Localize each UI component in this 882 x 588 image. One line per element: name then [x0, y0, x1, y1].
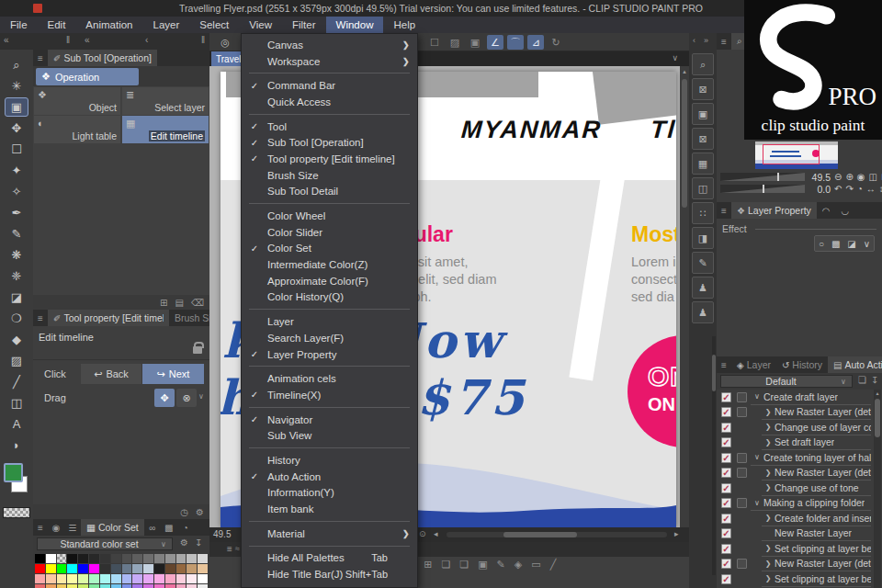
color-swatch-1-13[interactable]: [176, 564, 187, 573]
tone-effect-icon[interactable]: ▩: [831, 239, 840, 249]
color-swatch-3-15[interactable]: [198, 584, 208, 588]
menu-item-navigator[interactable]: ✓Navigator: [242, 412, 417, 428]
wrench-icon[interactable]: ⚙: [180, 537, 188, 548]
color-swatch-2-10[interactable]: [143, 574, 153, 583]
add-action-set-icon[interactable]: ❏: [858, 375, 866, 385]
menu-item-color-history-q[interactable]: Color History(Q): [242, 289, 417, 306]
dock-scrollbar[interactable]: [712, 336, 716, 575]
color-swatch-0-3[interactable]: [67, 554, 77, 563]
expand-icon[interactable]: ❯: [762, 423, 775, 431]
color-swatch-1-7[interactable]: [111, 564, 121, 573]
color-slider-tab[interactable]: ☰: [64, 523, 81, 533]
color-swatch-0-0[interactable]: [35, 554, 45, 563]
auto-action-tab[interactable]: ▤ Auto Action: [828, 356, 882, 373]
auto-action-row-change-use-of-tone[interactable]: ✓❯Change use of tone: [717, 481, 882, 496]
material-pattern-icon[interactable]: ∷: [692, 202, 714, 224]
edit-cel-icon[interactable]: ✎: [497, 559, 505, 571]
color-set-select[interactable]: Standard color set ∨: [37, 537, 173, 550]
menu-item-layer[interactable]: Layer: [242, 313, 417, 330]
material-download-icon[interactable]: ✎: [692, 252, 714, 274]
color-swatch-1-15[interactable]: [198, 564, 208, 573]
scroll-left-icon[interactable]: ◂: [434, 529, 438, 538]
wrench-icon[interactable]: ⚙: [196, 507, 204, 517]
color-swatch-3-3[interactable]: [67, 584, 77, 588]
subtool-object[interactable]: ❖Object: [34, 87, 120, 115]
menu-item-tool[interactable]: ✓Tool: [242, 119, 417, 135]
menu-item-search-layer-f[interactable]: Search Layer(F): [242, 330, 417, 346]
auto-action-row-new-raster-layer[interactable]: ✓New Raster Layer: [717, 526, 882, 542]
operation-group-tab[interactable]: ❖ Operation: [36, 68, 139, 85]
expand-icon[interactable]: ❯: [762, 438, 775, 447]
action-checkbox[interactable]: ✓: [721, 559, 731, 569]
material-manga-icon[interactable]: ⊠: [692, 128, 714, 150]
expand-icon[interactable]: ❯: [762, 574, 775, 582]
sub-tool-tab[interactable]: ✐ Sub Tool [Operation]: [48, 50, 157, 66]
zoom-out-icon[interactable]: ⊖: [834, 172, 842, 182]
zoom-tool[interactable]: ⌕: [5, 55, 28, 74]
color-swatch-0-14[interactable]: [187, 554, 197, 563]
action-checkbox[interactable]: ✓: [721, 453, 731, 463]
subtool-select-layer[interactable]: ≣Select layer: [122, 87, 209, 115]
color-swatch-3-14[interactable]: [187, 584, 197, 588]
color-swatch-1-0[interactable]: [35, 564, 45, 573]
expand-icon[interactable]: ❯: [762, 514, 775, 522]
text-tool[interactable]: A: [5, 414, 28, 434]
pen-tool[interactable]: ✒: [5, 203, 28, 222]
menu-item-color-slider[interactable]: Color Slider: [242, 224, 417, 241]
action-checkbox[interactable]: ✓: [721, 498, 731, 508]
menu-edit[interactable]: Edit: [38, 17, 76, 33]
transform-icon[interactable]: ▨: [447, 35, 463, 50]
chevron-down-icon[interactable]: ∨: [864, 239, 870, 249]
auto-action-row-new-raster-layer-detail[interactable]: ✓❯New Raster Layer (detail): [717, 557, 882, 572]
menu-item-sub-tool-operation[interactable]: ✓Sub Tool [Operation]: [242, 134, 417, 151]
color-swatch-1-1[interactable]: [46, 564, 56, 573]
expand-icon[interactable]: ❯: [762, 469, 775, 477]
eraser-tool[interactable]: ◪: [5, 288, 28, 307]
menu-item-auto-action[interactable]: ✓Auto Action: [242, 469, 417, 485]
rotate-left-icon[interactable]: ↶: [834, 184, 842, 194]
color-swatch-1-4[interactable]: [78, 564, 88, 573]
menu-item-approximate-color-f[interactable]: Approximate Color(F): [242, 273, 417, 289]
new-folder-icon[interactable]: ❏: [441, 559, 450, 571]
action-checkbox[interactable]: ✓: [721, 407, 731, 417]
vertical-scrollbar[interactable]: ▴: [680, 66, 689, 527]
scroll-up-icon[interactable]: ▴: [680, 68, 689, 75]
color-swatch-2-8[interactable]: [122, 574, 132, 583]
snap-to-special-ruler-icon[interactable]: ⌒: [507, 35, 524, 50]
scroll-right-icon[interactable]: ▸: [674, 529, 679, 538]
color-swatch-3-11[interactable]: [154, 584, 164, 588]
color-swatch-0-2[interactable]: [57, 554, 67, 563]
color-swatch-0-5[interactable]: [89, 554, 99, 563]
decoration-tool[interactable]: ❈: [5, 266, 28, 286]
color-swatch-2-1[interactable]: [46, 574, 56, 583]
action-pause-checkbox[interactable]: [737, 407, 747, 417]
drag-none-button[interactable]: ⊗: [176, 389, 197, 407]
snap-to-ruler-icon[interactable]: ∠: [487, 35, 503, 50]
material-color-pattern-icon[interactable]: ⊠: [692, 78, 714, 100]
color-swatch-3-4[interactable]: [78, 584, 88, 588]
color-swatch-3-6[interactable]: [100, 584, 110, 588]
duplicate-cel-icon[interactable]: ❏: [459, 559, 469, 571]
horizontal-scroll-handle[interactable]: [503, 532, 577, 537]
color-swatch-2-15[interactable]: [198, 574, 208, 583]
material-halftone-icon[interactable]: ▦: [692, 153, 714, 175]
menu-item-sub-view[interactable]: Sub View: [242, 427, 417, 444]
collapse-icon[interactable]: ∨: [751, 392, 763, 401]
action-checkbox[interactable]: ✓: [721, 423, 731, 433]
color-swatch-0-8[interactable]: [122, 554, 132, 563]
blend-tool[interactable]: ❍: [5, 309, 28, 328]
fill-tool[interactable]: ◆: [5, 330, 28, 349]
chevron-down-icon[interactable]: ∨: [198, 392, 204, 401]
layer-property-tab[interactable]: ❖ Layer Property: [731, 202, 817, 219]
expand-icon[interactable]: ❯: [762, 408, 775, 416]
color-swatch-3-0[interactable]: [35, 584, 45, 588]
menu-item-brush-size[interactable]: Brush Size: [242, 167, 417, 184]
expand-icon[interactable]: ❯: [762, 560, 775, 568]
fit-to-screen-icon[interactable]: ◉: [857, 172, 865, 182]
menu-item-quick-access[interactable]: Quick Access: [242, 94, 417, 110]
menu-item-information-y[interactable]: Information(Y): [242, 485, 417, 502]
pencil-tool[interactable]: ✎: [5, 224, 28, 243]
color-swatch-2-9[interactable]: [132, 574, 142, 583]
color-swatch-3-10[interactable]: [143, 584, 153, 588]
color-swatch-2-4[interactable]: [78, 574, 88, 583]
